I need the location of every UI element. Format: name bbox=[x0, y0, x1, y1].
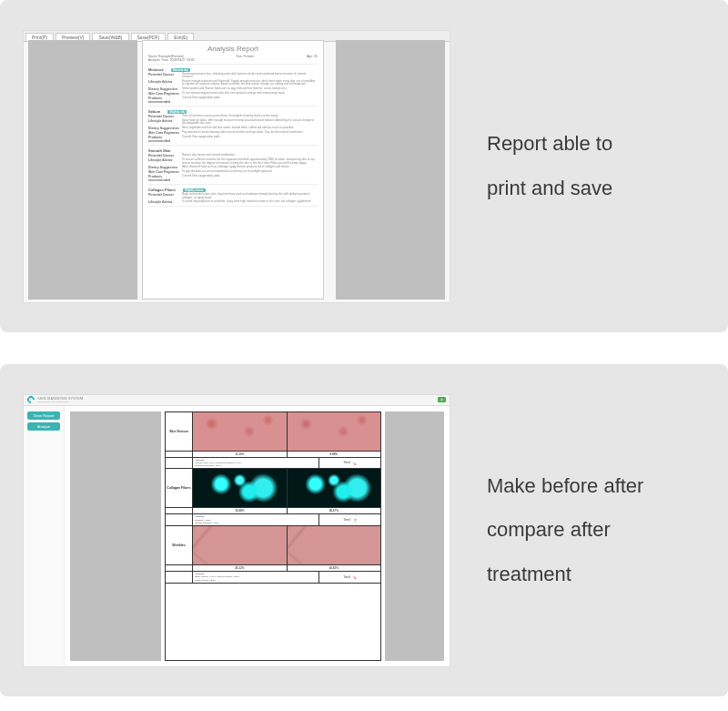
compare-percent-row: 15.68%36.47% bbox=[166, 508, 380, 514]
compare-detail-row: AnalysisDeep wrinkle: 34.0% Medium wrink… bbox=[166, 572, 380, 584]
compare-row-label: Skin Texture bbox=[166, 412, 193, 451]
report-row-text: Consett Dew oxygenation pads bbox=[182, 96, 318, 104]
analyze-button[interactable]: Analyze bbox=[27, 422, 60, 431]
report-row-label: Dietary Suggestions bbox=[148, 127, 180, 130]
compare-after-image[interactable] bbox=[288, 412, 381, 451]
compare-detail-row: AnalysisSmooth Skin: 11.5% Slight Roughn… bbox=[166, 458, 380, 470]
report-row-label: Skin Care Regimens bbox=[148, 170, 180, 174]
app-subtitle: Professional skin management bbox=[37, 401, 83, 403]
panel-report: Print(P) Preview(V) Save(W&B) Save(PDF) … bbox=[0, 0, 728, 332]
report-row-text: Consett Dew oxygenation pads bbox=[182, 136, 318, 143]
compare-before-image[interactable] bbox=[193, 469, 288, 507]
arrow-down-icon: ↘ bbox=[352, 460, 357, 466]
compare-percent-spacer bbox=[166, 565, 193, 571]
compare-before-percent: 15.68% bbox=[193, 508, 288, 513]
compare-thumbnail: SKIN DIAGNOSIS SYSTEM Professional skin … bbox=[23, 394, 450, 667]
report-row: Products recommendedConsett Dew oxygenat… bbox=[148, 96, 318, 104]
comparison-table: Skin Texture11.59%8.88%AnalysisSmooth Sk… bbox=[165, 411, 381, 661]
report-page-margin-right bbox=[336, 40, 445, 300]
compare-app-window: SKIN DIAGNOSIS SYSTEM Professional skin … bbox=[24, 395, 450, 666]
report-row: Potential CausesScreening moisture loss,… bbox=[148, 73, 318, 79]
compare-percent-row: 31.52%44.32% bbox=[166, 565, 380, 572]
compare-analysis-text: AnalysisSmooth Skin: 11.5% Slight Roughn… bbox=[193, 458, 319, 469]
report-row-text: Ensure enough moisture and Vitamin A. Su… bbox=[182, 80, 318, 86]
report-row-text: Spicy food not allow, offer enough moist… bbox=[182, 119, 318, 126]
caption-line: Make before after bbox=[487, 464, 705, 508]
report-row: Lifestyle AdviceTo ensure sufficient moi… bbox=[148, 158, 318, 165]
severity-badge: Extreme dry bbox=[171, 68, 190, 72]
report-thumbnail: Print(P) Preview(V) Save(W&B) Save(PDF) … bbox=[23, 30, 450, 303]
report-row-text: Body and mental strain; plus long term b… bbox=[182, 193, 318, 199]
report-section-head: MoistureExtreme dry bbox=[148, 67, 318, 72]
compare-percent-row: 11.59%8.88% bbox=[166, 452, 380, 458]
report-row-label: Lifestyle Advice bbox=[148, 80, 180, 86]
compare-percent-spacer bbox=[166, 508, 193, 513]
report-row-label: Products recommended bbox=[148, 136, 180, 143]
after-image-slot[interactable] bbox=[385, 411, 444, 661]
report-header-sex: Sex: Female bbox=[237, 55, 255, 58]
compare-analysis-text: AnalysisElasticity: 15.5%Intense Collage… bbox=[193, 514, 319, 525]
compare-row: Skin Texture bbox=[166, 412, 380, 452]
compare-analysis-text: AnalysisDeep wrinkle: 34.0% Medium wrink… bbox=[193, 572, 319, 583]
report-row-text: To ensure sufficient moisture for the or… bbox=[182, 158, 318, 165]
app-logo-icon bbox=[25, 394, 35, 404]
compare-before-image[interactable] bbox=[193, 412, 288, 451]
compare-trend-cell: Trend↘ bbox=[319, 458, 380, 469]
done-report-button[interactable]: Done Report bbox=[27, 411, 60, 420]
report-row: Potential CausesBody and mental strain; … bbox=[148, 193, 318, 199]
report-row: Lifestyle AdviceTo avoid long exposure t… bbox=[148, 200, 318, 204]
compare-detail-spacer bbox=[166, 458, 193, 469]
report-row-label: Potential Causes bbox=[148, 193, 180, 199]
report-page-margin-left bbox=[28, 40, 137, 300]
report-row-label: Lifestyle Advice bbox=[148, 158, 180, 165]
caption-line: print and save bbox=[487, 167, 705, 210]
compare-after-image[interactable] bbox=[288, 526, 381, 564]
trend-label: Trend bbox=[343, 575, 350, 579]
report-document: Analysis Report Name: Example(Female) Se… bbox=[142, 40, 324, 300]
compare-main-area: Skin Texture11.59%8.88%AnalysisSmooth Sk… bbox=[65, 406, 450, 666]
compare-detail-spacer bbox=[166, 514, 193, 525]
report-row-label: Lifestyle Advice bbox=[148, 119, 180, 126]
compare-trend-cell: Trend↘ bbox=[319, 572, 380, 583]
arrow-down-icon: ↘ bbox=[352, 574, 357, 580]
report-row-text: Consett Dew oxygenation pads bbox=[182, 175, 318, 182]
compare-after-image[interactable] bbox=[288, 469, 381, 507]
trend-label: Trend bbox=[343, 518, 350, 522]
compare-before-image[interactable] bbox=[193, 526, 288, 564]
compare-percent-spacer bbox=[166, 452, 193, 457]
arrow-up-icon: ↗ bbox=[350, 516, 358, 524]
report-row-label: Potential Causes bbox=[148, 154, 180, 157]
report-row-label: Products recommended bbox=[148, 96, 180, 104]
compare-before-percent: 31.52% bbox=[193, 565, 288, 571]
compare-after-percent: 8.88% bbox=[288, 452, 381, 457]
report-row-label: Potential Causes bbox=[148, 73, 180, 79]
before-image-slot[interactable] bbox=[70, 411, 161, 661]
report-row: Skin Care RegimensPay attention to facia… bbox=[148, 131, 318, 135]
report-row-label: Products recommended bbox=[148, 175, 180, 182]
report-row-label: Dietary Suggestion bbox=[148, 166, 180, 169]
compare-row: Wrinkles bbox=[166, 526, 380, 565]
report-header-name: Name: Example(Female) bbox=[148, 55, 184, 58]
report-row: Lifestyle AdviceSpicy food not allow, of… bbox=[148, 119, 318, 126]
compare-row-label: Collagen Fibers bbox=[166, 469, 193, 507]
compare-detail-row: AnalysisElasticity: 15.5%Intense Collage… bbox=[166, 514, 380, 526]
report-row-label: Skin Care Regimens bbox=[148, 131, 180, 135]
report-row-text: Screening moisture loss, declining water… bbox=[182, 73, 318, 79]
close-button[interactable]: × bbox=[438, 397, 446, 402]
report-row: Skin Care RegimensTo use moisturizing an… bbox=[148, 92, 318, 96]
compare-after-percent: 44.32% bbox=[288, 565, 381, 571]
report-header-time: Analysis Time: 2020/03/27 10:05 bbox=[148, 58, 318, 62]
compare-trend-cell: Trend↗ bbox=[319, 514, 380, 525]
panel-compare: SKIN DIAGNOSIS SYSTEM Professional skin … bbox=[0, 364, 728, 696]
trend-label: Trend bbox=[343, 461, 350, 464]
panel2-caption: Make before after compare after treatmen… bbox=[487, 464, 705, 596]
report-row-label: Potential Causes bbox=[148, 115, 180, 118]
compare-after-percent: 36.47% bbox=[288, 508, 381, 513]
caption-line: compare after bbox=[487, 508, 705, 552]
report-row-label: Dietary Suggestion bbox=[148, 87, 180, 91]
compare-row-label: Wrinkles bbox=[166, 526, 193, 564]
compare-detail-spacer bbox=[166, 572, 193, 583]
compare-sidebar: Done Report Analyze bbox=[24, 406, 65, 666]
caption-line: Report able to bbox=[487, 122, 705, 166]
report-header-age: Age: 35 bbox=[307, 55, 318, 58]
